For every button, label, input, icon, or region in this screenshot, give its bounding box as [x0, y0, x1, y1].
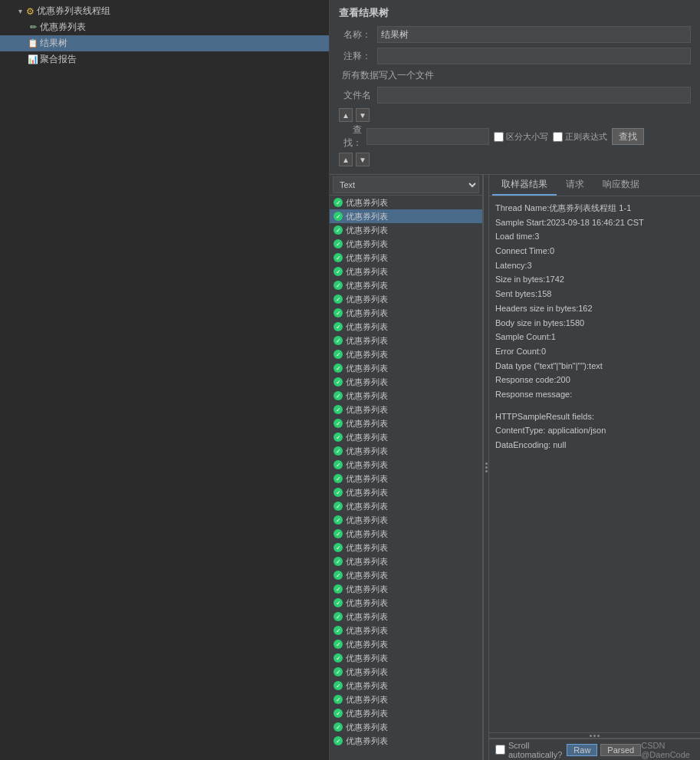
list-item[interactable]: ✓优惠券列表	[330, 265, 482, 278]
list-item[interactable]: ✓优惠券列表	[330, 237, 482, 251]
list-area: Text JSON XML HTML ✓优惠券列表✓优惠券列表✓优惠券列表✓优惠…	[330, 175, 483, 760]
case-sensitive-checkbox[interactable]	[494, 132, 504, 142]
check-icon: ✓	[333, 542, 343, 553]
list-item[interactable]: ✓优惠券列表	[330, 693, 482, 706]
regex-checkbox[interactable]	[553, 132, 563, 142]
detail-content-type: ContentType: application/json	[495, 423, 694, 438]
list-item[interactable]: ✓优惠券列表	[330, 458, 482, 472]
raw-tab-btn[interactable]: Raw	[567, 744, 597, 756]
success-indicator: ✓	[334, 612, 343, 621]
list-item[interactable]: ✓优惠券列表	[330, 416, 482, 430]
list-item[interactable]: ✓优惠券列表	[330, 278, 482, 292]
list-item[interactable]: ✓优惠券列表	[330, 513, 482, 527]
list-item[interactable]: ✓优惠券列表	[330, 347, 482, 361]
list-item-label: 优惠券列表	[346, 280, 388, 291]
list-item-label: 优惠券列表	[346, 611, 388, 623]
sidebar-item-coupon-list[interactable]: ✏ 优惠券列表	[0, 19, 329, 35]
arrow-row-2: ▲ ▼	[339, 153, 691, 166]
list-item[interactable]: ✓优惠券列表	[330, 320, 482, 334]
check-icon: ✓	[333, 639, 343, 650]
check-icon: ✓	[333, 266, 343, 277]
list-item-label: 优惠券列表	[346, 556, 388, 568]
list-item-label: 优惠券列表	[346, 266, 388, 278]
check-icon: ✓	[333, 321, 343, 332]
scroll-auto-checkbox[interactable]	[495, 745, 505, 755]
sidebar-item-aggregate-report[interactable]: 📊 聚合报告	[0, 51, 329, 67]
success-indicator: ✓	[334, 253, 343, 262]
list-item[interactable]: ✓优惠券列表	[330, 444, 482, 458]
list-item[interactable]: ✓优惠券列表	[330, 679, 482, 693]
list-item[interactable]: ✓优惠券列表	[330, 375, 482, 389]
tab-response-data[interactable]: 响应数据	[593, 175, 649, 196]
success-indicator: ✓	[334, 598, 343, 607]
name-input[interactable]	[377, 26, 691, 43]
list-item[interactable]: ✓优惠券列表	[330, 499, 482, 513]
list-item[interactable]: ✓优惠券列表	[330, 554, 482, 568]
list-item[interactable]: ✓优惠券列表	[330, 665, 482, 679]
list-item[interactable]: ✓优惠券列表	[330, 720, 482, 734]
sidebar-item-group[interactable]: ▾ ⚙ 优惠券列表线程组	[0, 3, 329, 19]
check-icon: ✓	[333, 722, 343, 732]
list-item[interactable]: ✓优惠券列表	[330, 430, 482, 444]
list-item[interactable]: ✓优惠券列表	[330, 610, 482, 623]
vertical-divider[interactable]	[483, 175, 489, 760]
divider-dot-3	[485, 470, 488, 472]
check-icon: ✓	[333, 349, 343, 360]
list-item[interactable]: ✓优惠券列表	[330, 251, 482, 265]
up-arrow-btn-2[interactable]: ▲	[339, 153, 353, 166]
list-item[interactable]: ✓优惠券列表	[330, 596, 482, 610]
list-item[interactable]: ✓优惠券列表	[330, 623, 482, 637]
list-item-label: 优惠券列表	[346, 722, 388, 733]
format-dropdown[interactable]: Text JSON XML HTML	[333, 176, 479, 193]
list-item[interactable]: ✓优惠券列表	[330, 292, 482, 306]
list-item[interactable]: ✓优惠券列表	[330, 334, 482, 347]
down-arrow-btn[interactable]: ▼	[356, 108, 370, 122]
divider-dot-1	[485, 462, 488, 465]
scroll-auto-option: Scroll automatically?	[495, 741, 562, 759]
list-item-label: 优惠券列表	[346, 321, 388, 333]
detail-response-message: Response message:	[495, 387, 694, 402]
search-label: 查找：	[339, 123, 362, 150]
search-input[interactable]	[366, 128, 489, 145]
group-expand-arrow[interactable]: ▾	[15, 7, 25, 16]
comment-input[interactable]	[377, 48, 691, 64]
list-item[interactable]: ✓优惠券列表	[330, 472, 482, 485]
results-list[interactable]: ✓优惠券列表✓优惠券列表✓优惠券列表✓优惠券列表✓优惠券列表✓优惠券列表✓优惠券…	[330, 196, 482, 760]
list-item[interactable]: ✓优惠券列表	[330, 196, 482, 209]
list-item[interactable]: ✓优惠券列表	[330, 306, 482, 320]
tab-sampler-results[interactable]: 取样器结果	[492, 175, 557, 196]
list-item[interactable]: ✓优惠券列表	[330, 527, 482, 541]
list-item[interactable]: ✓优惠券列表	[330, 403, 482, 416]
comment-label: 注释：	[339, 50, 377, 63]
up-arrow-btn[interactable]: ▲	[339, 108, 353, 122]
list-item[interactable]: ✓优惠券列表	[330, 651, 482, 665]
right-panel: 查看结果树 名称： 注释： 所有数据写入一个文件 文件名 ▲ ▼ 查找：	[330, 0, 700, 760]
success-indicator: ✓	[334, 239, 343, 248]
success-indicator: ✓	[334, 419, 343, 428]
horizontal-divider[interactable]	[489, 732, 700, 739]
success-indicator: ✓	[334, 515, 343, 525]
regex-label: 正则表达式	[565, 131, 607, 143]
list-item[interactable]: ✓优惠券列表	[330, 734, 482, 748]
list-item[interactable]: ✓优惠券列表	[330, 485, 482, 499]
tab-request[interactable]: 请求	[557, 175, 593, 196]
list-item[interactable]: ✓优惠券列表	[330, 637, 482, 651]
list-item-label: 优惠券列表	[346, 239, 388, 250]
list-item-label: 优惠券列表	[346, 363, 388, 374]
parsed-tab-btn[interactable]: Parsed	[600, 744, 641, 756]
list-item[interactable]: ✓优惠券列表	[330, 568, 482, 582]
list-item[interactable]: ✓优惠券列表	[330, 541, 482, 554]
list-item[interactable]: ✓优惠券列表	[330, 223, 482, 237]
list-item[interactable]: ✓优惠券列表	[330, 706, 482, 720]
list-item[interactable]: ✓优惠券列表	[330, 361, 482, 375]
filename-input[interactable]	[377, 87, 691, 104]
aggregate-report-label: 聚合报告	[40, 53, 77, 66]
list-item-label: 优惠券列表	[346, 294, 388, 305]
list-item[interactable]: ✓优惠券列表	[330, 389, 482, 403]
search-button[interactable]: 查找	[612, 128, 644, 145]
sidebar-item-result-tree[interactable]: 📋 结果树	[0, 35, 329, 51]
list-item[interactable]: ✓优惠券列表	[330, 582, 482, 596]
list-item[interactable]: ✓优惠券列表	[330, 209, 482, 223]
down-arrow-btn-2[interactable]: ▼	[356, 153, 370, 166]
list-item-label: 优惠券列表	[346, 515, 388, 526]
